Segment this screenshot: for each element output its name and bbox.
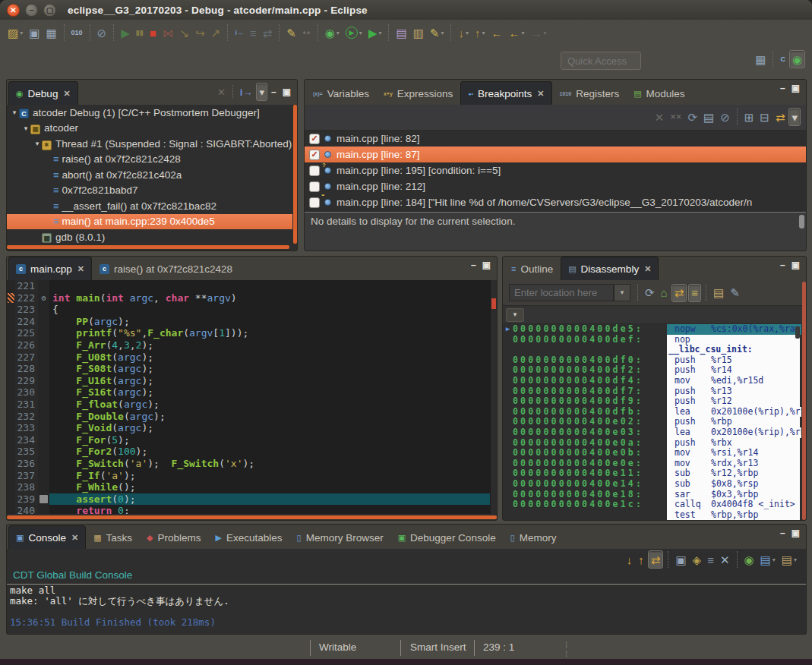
disassembly-listing[interactable]: ▶0000000000400de5:nopw%cs:0x0(%rax,%rax,… bbox=[503, 324, 801, 520]
tab-expressions[interactable]: x+yExpressions bbox=[377, 83, 460, 105]
minimize-view-icon[interactable]: – bbox=[780, 528, 785, 538]
tab-disassembly[interactable]: ▤Disassembly✕ bbox=[561, 257, 659, 280]
terminate-icon[interactable]: ■ bbox=[147, 24, 159, 42]
resume-icon[interactable]: ▶ bbox=[118, 24, 132, 42]
suspend-icon[interactable]: ▮▮ bbox=[134, 24, 146, 42]
disassembly-row[interactable]: 0000000000400e11:sub%r12,%rbp bbox=[503, 468, 801, 479]
go-to-file-for-breakpoint-icon[interactable]: ▤ bbox=[701, 108, 716, 126]
vertical-scrollbar[interactable] bbox=[293, 105, 297, 244]
ruler-menu-icon[interactable]: ▼ bbox=[506, 308, 524, 322]
tab-problems[interactable]: ◆Problems bbox=[140, 527, 208, 549]
close-tab-icon[interactable]: ✕ bbox=[63, 89, 70, 99]
open-console-icon[interactable]: ▤▾ bbox=[779, 550, 799, 569]
previous-annotation-icon[interactable]: ↑▾ bbox=[472, 24, 488, 42]
error-annotation-mark[interactable] bbox=[491, 298, 496, 309]
code-line-234[interactable]: 234 F_For(5); bbox=[7, 434, 497, 446]
run-launch-icon[interactable]: ▶▾ bbox=[343, 24, 365, 42]
code-line-239[interactable]: 239 assert(0); bbox=[7, 493, 497, 506]
view-menu-icon[interactable]: ▾ bbox=[788, 108, 801, 126]
disassembly-row[interactable]: 0000000000400e03:lea0x20100e(%rip),%rbp bbox=[503, 427, 801, 438]
new-disassembly-view-icon[interactable]: ▤ bbox=[711, 284, 726, 302]
link-with-debug-view-icon[interactable]: ⇄ bbox=[773, 108, 788, 126]
sync-with-active-context-icon[interactable]: ⇄ bbox=[671, 284, 687, 302]
open-type-icon[interactable]: ▤ bbox=[393, 24, 409, 42]
tab-memory-browser[interactable]: ▯Memory Browser bbox=[290, 527, 390, 549]
code-line-236[interactable]: 236 F_Switch('a'); F_Switch('x'); bbox=[7, 458, 497, 470]
forward-icon[interactable]: →▾ bbox=[528, 24, 548, 42]
disassembly-scrollbar-thumb[interactable] bbox=[795, 326, 800, 339]
maximize-view-icon[interactable]: ▣ bbox=[791, 528, 800, 538]
code-line-221[interactable]: 221 bbox=[7, 280, 497, 292]
maximize-window-icon[interactable]: ▢ bbox=[43, 4, 56, 17]
pin-console-icon[interactable]: ◉ bbox=[742, 550, 757, 569]
vertical-scrollbar[interactable] bbox=[799, 215, 804, 228]
reverse-toggle-icon[interactable]: ⇄ bbox=[261, 24, 275, 42]
close-tab-icon[interactable]: ✕ bbox=[537, 89, 544, 99]
debug-tree-row[interactable]: ▾▣atcoder bbox=[7, 121, 292, 137]
instruction-stepping-mode-icon[interactable]: i→ bbox=[238, 83, 255, 101]
home-icon[interactable]: ⌂ bbox=[659, 284, 670, 302]
tab-variables[interactable]: (x)=Variables bbox=[306, 83, 376, 105]
debug-tree-row[interactable]: ▦gdb (8.0.1) bbox=[7, 229, 292, 244]
debug-tree-row[interactable]: ≡abort() at 0x7f2c821c402a bbox=[7, 167, 292, 183]
disassembly-row[interactable]: 0000000000400def:nop bbox=[503, 335, 801, 345]
tab-memory[interactable]: ▯Memory bbox=[504, 527, 564, 549]
breakpoint-row[interactable]: ✓main.cpp [line: 87] bbox=[305, 147, 806, 162]
debug-perspective-icon[interactable]: ◉ bbox=[789, 50, 805, 68]
disassembly-row[interactable]: 0000000000400df9:push%r12 bbox=[503, 396, 801, 407]
debug-tree-row[interactable]: ≡__assert_fail() at 0x7f2c821bac82 bbox=[7, 198, 292, 214]
breakpoint-checkbox[interactable]: ✓ bbox=[309, 150, 320, 160]
quick-access-input[interactable] bbox=[561, 52, 641, 70]
close-tab-icon[interactable]: ✕ bbox=[71, 533, 78, 543]
code-line-230[interactable]: 230 F_S16t(argc); bbox=[7, 386, 497, 399]
debug-tree-row[interactable]: ≡raise() at 0x7f2c821c2428 bbox=[7, 152, 292, 168]
code-editor[interactable]: 221222⊖int main(int argc, char **argv)22… bbox=[7, 280, 497, 514]
disassembly-row[interactable]: test%rbp,%rbp bbox=[503, 510, 801, 520]
debug-launch-icon[interactable]: ◉▾ bbox=[323, 24, 342, 42]
remove-all-breakpoints-icon[interactable]: ✕✕ bbox=[668, 108, 684, 126]
statusbar-drag-handle[interactable]: ⁞⁞ bbox=[565, 640, 568, 658]
remove-all-terminated-icon[interactable]: ✕ bbox=[215, 83, 228, 101]
tab-console[interactable]: ▣Console✕ bbox=[8, 525, 86, 549]
code-line-223[interactable]: 223{ bbox=[7, 304, 497, 316]
refresh-icon[interactable]: ⟳ bbox=[643, 284, 657, 302]
disassembly-row[interactable]: 0000000000400df2:push%r14 bbox=[503, 365, 801, 376]
maximize-view-icon[interactable]: ▣ bbox=[791, 83, 800, 93]
code-line-222[interactable]: 222⊖int main(int argc, char **argv) bbox=[7, 292, 497, 304]
next-annotation-icon[interactable]: ↓▾ bbox=[456, 24, 471, 42]
vertical-scrollbar[interactable] bbox=[802, 282, 806, 520]
code-line-240[interactable]: 240 return 0; bbox=[7, 505, 497, 514]
remove-breakpoint-icon[interactable]: ✕ bbox=[652, 108, 667, 126]
tab-debug[interactable]: ◉Debug✕ bbox=[8, 81, 78, 105]
minimize-view-icon[interactable]: – bbox=[780, 83, 785, 93]
minimize-view-icon[interactable]: – bbox=[780, 260, 785, 270]
disassembly-row[interactable]: 0000000000400e14:sub$0x8,%rsp bbox=[503, 479, 801, 490]
skip-all-breakpoints-icon[interactable]: ⊘ bbox=[95, 24, 109, 42]
debug-tree-row[interactable]: ≡0x7f2c821babd7 bbox=[7, 183, 292, 199]
follow-output-icon[interactable]: ⇄ bbox=[648, 550, 664, 569]
tab-outline[interactable]: ≡Outline bbox=[504, 258, 560, 280]
breakpoint-checkbox[interactable]: ✓ bbox=[309, 134, 320, 144]
format-brush-icon[interactable]: ✎ bbox=[284, 24, 299, 42]
scroll-lock-icon[interactable]: ◈ bbox=[690, 550, 704, 569]
location-input[interactable] bbox=[509, 284, 614, 301]
disassembly-row[interactable]: 0000000000400e02:push%rbp bbox=[503, 417, 801, 427]
maximize-view-icon[interactable]: ▣ bbox=[791, 260, 800, 270]
fold-collapse-icon[interactable]: ⊖ bbox=[38, 292, 49, 304]
code-line-224[interactable]: 224 PP(argc); bbox=[7, 316, 497, 328]
open-perspective-icon[interactable]: ▦ bbox=[753, 50, 768, 68]
expand-all-icon[interactable]: ⊞ bbox=[742, 108, 757, 126]
open-task-icon[interactable]: ▥ bbox=[411, 24, 426, 42]
disassembly-row[interactable]: 0000000000400df7:push%r13 bbox=[503, 386, 801, 397]
disassembly-row[interactable]: 0000000000400dfb:lea0x20100e(%rip),%r12 bbox=[503, 407, 801, 418]
disassembly-row[interactable]: 0000000000400e0a:push%rbx bbox=[503, 438, 801, 449]
save-icon[interactable]: ▣ bbox=[27, 24, 42, 42]
horizontal-scrollbar[interactable] bbox=[7, 515, 497, 519]
pin-view-icon[interactable]: ✎ bbox=[728, 284, 742, 302]
title-bar[interactable]: ✕ – ▢ eclipse__G3_20170203 - Debug - atc… bbox=[0, 0, 812, 20]
code-line-228[interactable]: 228 F_S08t(argc); bbox=[7, 363, 497, 375]
maximize-view-icon[interactable]: ▣ bbox=[283, 87, 291, 97]
location-dropdown-icon[interactable]: ▼ bbox=[614, 284, 630, 301]
last-edit-location-icon[interactable]: ← bbox=[488, 24, 504, 42]
collapse-all-icon[interactable]: ⊟ bbox=[757, 108, 772, 126]
